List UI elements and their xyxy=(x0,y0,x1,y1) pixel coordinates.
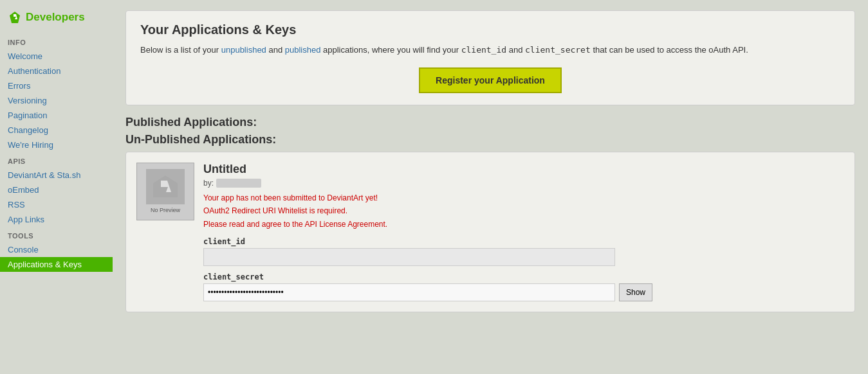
unpublished-section-title: Un-Published Applications: xyxy=(125,133,855,147)
sidebar-item-rss[interactable]: RSS xyxy=(0,197,113,212)
show-secret-button[interactable]: Show xyxy=(619,283,652,301)
client-id-code: client_id xyxy=(461,45,506,55)
sidebar-item-console[interactable]: Console xyxy=(0,242,113,257)
published-link[interactable]: published xyxy=(285,45,321,55)
da-logo-icon xyxy=(8,10,22,24)
sidebar-item-deviantart-stash[interactable]: DeviantArt & Sta.sh xyxy=(0,168,113,183)
sidebar-item-oembed[interactable]: oEmbed xyxy=(0,183,113,197)
sidebar-item-pagination[interactable]: Pagination xyxy=(0,108,113,123)
client-id-input[interactable] xyxy=(203,248,615,266)
published-section-title: Published Applications: xyxy=(125,116,855,129)
app-username-placeholder xyxy=(216,179,261,188)
sidebar-sections: INFO Welcome Authentication Errors Versi… xyxy=(0,33,113,272)
app-header: No Preview Untitled by: Your app has not… xyxy=(136,163,844,301)
sidebar-section-info: INFO xyxy=(0,33,113,49)
card-title: Your Applications & Keys xyxy=(140,22,840,37)
app-name: Untitled xyxy=(203,163,844,176)
client-id-field-label: client_id xyxy=(203,237,844,246)
app-error-3: Please read and agree to the API License… xyxy=(203,218,844,231)
thumbnail-icon xyxy=(149,173,181,201)
sidebar-item-hiring[interactable]: We're Hiring xyxy=(0,138,113,152)
sidebar-item-welcome[interactable]: Welcome xyxy=(0,49,113,64)
applications-keys-card: Your Applications & Keys Below is a list… xyxy=(125,10,855,105)
card-description: Below is a list of your unpublished and … xyxy=(140,44,840,57)
app-thumbnail-inner xyxy=(146,169,185,204)
client-secret-field-label: client_secret xyxy=(203,272,844,281)
sidebar-item-versioning[interactable]: Versioning xyxy=(0,93,113,108)
client-id-row xyxy=(203,248,844,266)
sidebar-section-apis: APIS xyxy=(0,152,113,168)
by-prefix: by: xyxy=(203,179,214,188)
sidebar-section-tools: TOOLS xyxy=(0,227,113,242)
app-error-1: Your app has not been submitted to Devia… xyxy=(203,191,844,204)
sidebar-item-changelog[interactable]: Changelog xyxy=(0,123,113,138)
client-secret-code: client_secret xyxy=(525,45,591,55)
logo-text: Developers xyxy=(26,11,85,24)
sidebar: Developers INFO Welcome Authentication E… xyxy=(0,0,113,374)
app-by: by: xyxy=(203,179,844,188)
client-secret-row: Show xyxy=(203,283,844,301)
unpublished-link[interactable]: unpublished xyxy=(221,45,266,55)
app-thumbnail: No Preview xyxy=(136,163,194,220)
app-info: Untitled by: Your app has not been submi… xyxy=(203,163,844,301)
sidebar-item-applications-keys[interactable]: Applications & Keys xyxy=(0,257,113,272)
sidebar-item-errors[interactable]: Errors xyxy=(0,78,113,93)
desc-suffix: applications, where you will find your xyxy=(320,45,461,55)
app-errors: Your app has not been submitted to Devia… xyxy=(203,191,844,231)
app-card: No Preview Untitled by: Your app has not… xyxy=(125,152,855,312)
main-content: Your Applications & Keys Below is a list… xyxy=(113,0,868,374)
register-application-button[interactable]: Register your Application xyxy=(419,67,562,93)
sidebar-item-authentication[interactable]: Authentication xyxy=(0,64,113,78)
sidebar-header: Developers xyxy=(0,6,113,33)
desc-prefix: Below is a list of your xyxy=(140,45,221,55)
sidebar-item-app-links[interactable]: App Links xyxy=(0,212,113,227)
client-secret-input[interactable] xyxy=(203,283,615,301)
desc-middle: and xyxy=(266,45,285,55)
svg-marker-0 xyxy=(10,12,20,23)
desc-and: and xyxy=(506,45,525,55)
thumbnail-label: No Preview xyxy=(151,207,180,213)
desc-end: that can be used to access the oAuth API… xyxy=(591,45,748,55)
app-error-2: OAuth2 Redirect URI Whitelist is require… xyxy=(203,204,844,217)
